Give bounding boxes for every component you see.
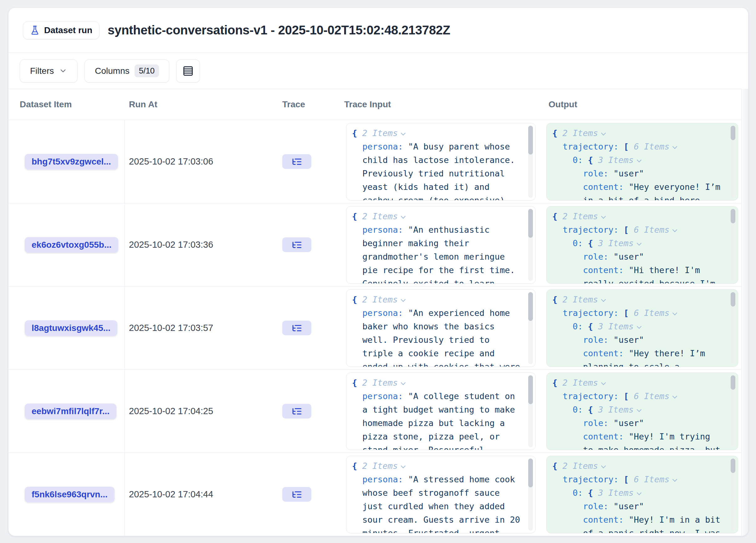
trace-button[interactable] (282, 154, 311, 169)
open-bracket: [ (624, 225, 629, 235)
chevron-down-icon[interactable] (672, 393, 677, 398)
columns-button[interactable]: Columns 5/10 (84, 59, 169, 83)
trace-input-json-panel[interactable]: { 2 Items persona: "A busy parent whose … (346, 123, 536, 201)
chevron-down-icon[interactable] (637, 241, 642, 246)
table-toolbar: Filters Columns 5/10 (8, 53, 748, 89)
scrollbar-thumb[interactable] (731, 292, 735, 306)
output-json-panel[interactable]: { 2 Items trajectory: [ 6 Items 0: { 3 I… (546, 123, 738, 201)
output-json-panel[interactable]: { 2 Items trajectory: [ 6 Items 0: { 3 I… (546, 289, 738, 367)
dataset-item-link[interactable]: f5nk6lse963qrvn... (25, 487, 115, 502)
output-json-panel[interactable]: { 2 Items trajectory: [ 6 Items 0: { 3 I… (546, 206, 738, 284)
trace-input-cell: { 2 Items persona: "An enthusiastic begi… (342, 203, 543, 286)
table-vertical-scrollbar[interactable] (741, 89, 748, 536)
dataset-item-link[interactable]: ek6oz6vtoxg055b... (25, 237, 118, 253)
filters-button[interactable]: Filters (20, 59, 78, 83)
chevron-down-icon[interactable] (601, 297, 606, 302)
output-json-panel[interactable]: { 2 Items trajectory: [ 6 Items 0: { 3 I… (546, 456, 738, 533)
trace-input-cell: { 2 Items persona: "A busy parent whose … (342, 120, 543, 203)
json-trajectory-entry: trajectory: [ 6 Items (552, 306, 724, 320)
row-height-button[interactable] (176, 59, 200, 83)
scrollbar-thumb[interactable] (528, 375, 533, 404)
panel-scrollbar[interactable] (528, 375, 533, 447)
chevron-down-icon[interactable] (401, 131, 406, 136)
dataset-item-cell: bhg7t5xv9zgwcel... (8, 120, 125, 203)
trace-button[interactable] (282, 404, 311, 418)
items-collapse-toggle[interactable]: 6 Items (634, 391, 670, 401)
chevron-down-icon[interactable] (637, 157, 642, 162)
items-collapse-toggle[interactable]: 2 Items (362, 378, 398, 387)
panel-scrollbar[interactable] (528, 209, 533, 281)
scrollbar-thumb[interactable] (731, 126, 735, 140)
items-collapse-toggle[interactable]: 3 Items (598, 321, 634, 331)
items-collapse-toggle[interactable]: 2 Items (362, 212, 398, 221)
json-key: persona: (362, 308, 403, 318)
chevron-down-icon[interactable] (601, 214, 606, 219)
trace-button[interactable] (282, 320, 311, 335)
items-collapse-toggle[interactable]: 2 Items (362, 461, 398, 471)
chevron-down-icon[interactable] (401, 297, 406, 302)
output-json-panel[interactable]: { 2 Items trajectory: [ 6 Items 0: { 3 I… (546, 372, 738, 450)
table-header-row: Dataset Item Run At Trace Trace Input Ou… (8, 89, 748, 120)
chevron-down-icon[interactable] (672, 310, 677, 315)
chevron-down-icon[interactable] (601, 380, 606, 385)
chevron-down-icon[interactable] (672, 477, 677, 482)
items-collapse-toggle[interactable]: 2 Items (563, 294, 598, 304)
panel-scrollbar[interactable] (731, 375, 735, 447)
scrollbar-thumb[interactable] (528, 458, 533, 487)
dataset-item-link[interactable]: eebwi7mfil7lqlf7r... (25, 403, 116, 419)
dataset-item-link[interactable]: l8agtuwxisgwk45... (25, 320, 117, 336)
items-collapse-toggle[interactable]: 6 Items (634, 225, 670, 235)
dataset-item-cell: eebwi7mfil7lqlf7r... (8, 370, 125, 453)
panel-scrollbar[interactable] (731, 292, 735, 364)
trace-button[interactable] (282, 238, 311, 252)
chevron-down-icon[interactable] (401, 463, 406, 468)
trace-button[interactable] (282, 487, 311, 502)
trace-input-json-panel[interactable]: { 2 Items persona: "A stressed home cook… (346, 456, 536, 533)
items-collapse-toggle[interactable]: 3 Items (598, 488, 634, 498)
trace-input-json-panel[interactable]: { 2 Items persona: "A college student on… (346, 372, 536, 450)
json-key: role: (583, 418, 608, 428)
scrollbar-thumb[interactable] (731, 375, 735, 390)
items-collapse-toggle[interactable]: 2 Items (563, 128, 598, 138)
items-collapse-toggle[interactable]: 3 Items (598, 238, 634, 248)
scrollbar-thumb[interactable] (731, 209, 735, 223)
chevron-down-icon[interactable] (637, 407, 642, 412)
items-collapse-toggle[interactable]: 2 Items (362, 128, 398, 138)
chevron-down-icon[interactable] (401, 214, 406, 219)
items-collapse-toggle[interactable]: 3 Items (598, 155, 634, 165)
trace-input-json-panel[interactable]: { 2 Items persona: "An experienced home … (346, 289, 536, 367)
chevron-down-icon[interactable] (401, 380, 406, 385)
json-key: persona: (362, 391, 403, 401)
panel-scrollbar[interactable] (528, 126, 533, 198)
scrollbar-thumb[interactable] (528, 126, 533, 155)
chevron-down-icon[interactable] (672, 227, 677, 232)
chevron-down-icon[interactable] (637, 490, 642, 495)
panel-scrollbar[interactable] (731, 458, 735, 530)
trace-input-json-panel[interactable]: { 2 Items persona: "An enthusiastic begi… (346, 206, 536, 284)
chevron-down-icon[interactable] (637, 324, 642, 329)
items-collapse-toggle[interactable]: 6 Items (634, 474, 670, 484)
json-role-entry: role: "user" (552, 416, 724, 430)
panel-scrollbar[interactable] (731, 126, 735, 198)
panel-scrollbar[interactable] (731, 209, 735, 281)
scrollbar-thumb[interactable] (528, 292, 533, 321)
chevron-down-icon[interactable] (601, 463, 606, 468)
chevron-down-icon[interactable] (601, 131, 606, 136)
items-collapse-toggle[interactable]: 6 Items (634, 142, 670, 151)
dataset-item-link[interactable]: bhg7t5xv9zgwcel... (25, 154, 118, 170)
panel-scrollbar[interactable] (528, 292, 533, 364)
panel-scrollbar[interactable] (528, 458, 533, 530)
json-key: role: (583, 169, 608, 178)
chevron-down-icon[interactable] (672, 144, 677, 149)
items-collapse-toggle[interactable]: 2 Items (563, 378, 598, 387)
json-index-entry: 0: { 3 Items (552, 320, 724, 333)
items-collapse-toggle[interactable]: 6 Items (634, 308, 670, 318)
items-collapse-toggle[interactable]: 2 Items (362, 294, 398, 304)
items-collapse-toggle[interactable]: 2 Items (563, 461, 598, 471)
scrollbar-thumb[interactable] (528, 209, 533, 238)
scrollbar-thumb[interactable] (731, 458, 735, 473)
items-collapse-toggle[interactable]: 2 Items (563, 212, 598, 221)
open-brace: { (588, 488, 593, 498)
items-collapse-toggle[interactable]: 3 Items (598, 405, 634, 414)
json-key: content: (583, 348, 624, 358)
